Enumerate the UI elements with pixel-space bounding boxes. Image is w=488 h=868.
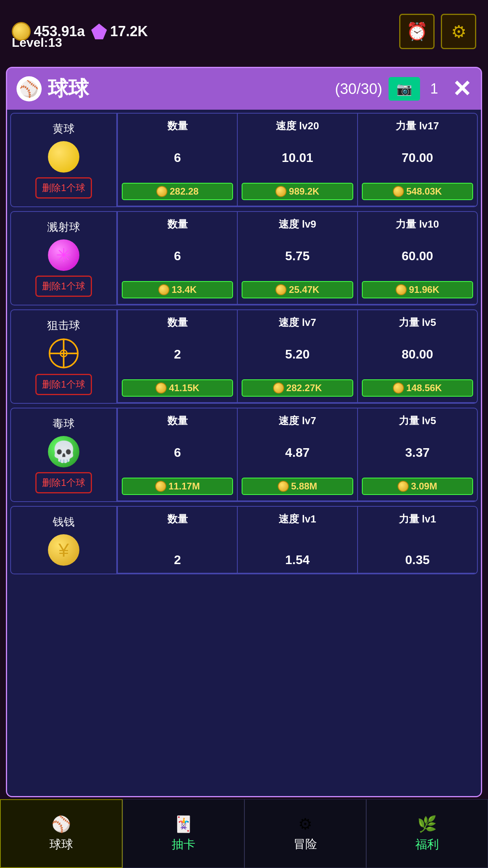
stat-cell: 力量 lv10 60.00 91.96K [357,212,477,305]
upgrade-button[interactable]: 282.27K [242,379,353,397]
stat-cell: 数量 2 41.15K [117,310,237,403]
coin-small-icon [275,186,286,197]
ball-info-splatter: 溅射球 ✳ 删除1个球 [11,212,117,305]
coin-small-icon [398,481,409,492]
upgrade-button[interactable]: 13.4K [122,281,233,298]
starburst-icon: ✳ [56,244,72,266]
upgrade-button[interactable]: 91.96K [362,281,473,298]
ball-visual-money: ¥ [48,534,79,566]
stat-cell: 力量 lv17 70.00 548.03K [357,114,477,206]
ball-name-poison: 毒球 [53,416,75,431]
ball-stats-money: 数量 2 速度 lv1 1.54 力量 lv1 0.35 [117,507,477,574]
currency-display: 453.91a 17.2K [12,22,399,41]
upgrade-button[interactable]: 548.03K [362,183,473,200]
upgrade-button[interactable]: 5.88M [242,478,353,495]
stat-cell: 数量 6 11.17M [117,408,237,501]
upgrade-button[interactable]: 282.28 [122,183,233,200]
main-panel: ⚾ 球球 (30/30) 📷 1 ✕ 黄球 删除1个球 数量 6 282.28 [6,67,482,797]
nav-welfare-label: 福利 [415,837,439,853]
crosshair-icon [48,338,79,369]
upgrade-button[interactable]: 148.56K [362,379,473,397]
stat-cell: 速度 lv7 5.20 282.27K [237,310,357,403]
close-button[interactable]: ✕ [452,77,471,100]
ball-info-poison: 毒球 💀 删除1个球 [11,408,117,501]
diamond-display: 17.2K [91,23,148,40]
ball-info-sniper: 狙击球 删除1个球 [11,310,117,403]
top-icons: ⏰ ⚙ [399,14,476,49]
delete-yellow-button[interactable]: 删除1个球 [35,177,92,199]
ball-name-sniper: 狙击球 [47,318,80,333]
nav-draw[interactable]: 🃏 抽卡 [123,799,244,868]
camera-badge: 1 [430,81,438,97]
coin-small-icon [156,383,167,394]
upgrade-button[interactable]: 11.17M [122,478,233,495]
delete-splatter-button[interactable]: 删除1个球 [35,276,92,297]
stat-cell: 力量 lv5 3.37 3.09M [357,408,477,501]
skull-icon: 💀 [51,440,77,464]
delete-sniper-button[interactable]: 删除1个球 [35,374,92,395]
ball-name-yellow: 黄球 [53,121,75,136]
stat-cell: 数量 2 [117,507,237,574]
panel-header: ⚾ 球球 (30/30) 📷 1 ✕ [7,68,481,110]
ball-card-poison: 毒球 💀 删除1个球 数量 6 11.17M 速度 lv7 4.87 [10,408,478,502]
diamond-value: 17.2K [110,23,148,40]
upgrade-button[interactable]: 3.09M [362,478,473,495]
ball-card-sniper: 狙击球 删除1个球 数量 2 41.15K [10,309,478,404]
ball-visual-poison: 💀 [48,436,79,467]
alarm-button[interactable]: ⏰ [399,14,435,49]
nav-balls[interactable]: ⚾ 球球 [0,799,123,868]
top-bar: 453.91a 17.2K ⏰ ⚙ Level:13 [0,0,488,63]
panel-title: 球球 [48,75,325,103]
stat-cell: 力量 lv5 80.00 148.56K [357,310,477,403]
upgrade-button[interactable]: 41.15K [122,379,233,397]
camera-button[interactable]: 📷 [389,77,420,101]
ball-name-splatter: 溅射球 [47,220,80,235]
ball-card-money: 钱钱 ¥ 数量 2 速度 lv1 1.54 力量 lv1 0.35 [10,506,478,574]
upgrade-button[interactable]: 989.2K [242,183,353,200]
upgrade-button[interactable]: 25.47K [242,281,353,298]
ball-stats-yellow: 数量 6 282.28 速度 lv20 10.01 989.2K [117,114,477,206]
coin-small-icon [155,481,166,492]
coin-small-icon [275,284,286,295]
nav-draw-label: 抽卡 [172,837,195,853]
yen-icon: ¥ [59,539,69,561]
draw-nav-icon: 🃏 [174,815,193,833]
ball-card-splatter: 溅射球 ✳ 删除1个球 数量 6 13.4K 速度 lv9 5.75 [10,211,478,305]
alarm-icon: ⏰ [406,21,428,42]
stat-cell: 力量 lv1 0.35 [357,507,477,574]
panel-count: (30/30) [335,81,382,97]
coin-small-icon [278,481,289,492]
coin-small-icon [156,186,167,197]
ball-stats-sniper: 数量 2 41.15K 速度 lv7 5.20 282.27K [117,310,477,403]
stat-cell: 数量 6 13.4K [117,212,237,305]
ball-info-money: 钱钱 ¥ [11,507,117,574]
coin-small-icon [393,186,404,197]
bottom-nav: ⚾ 球球 🃏 抽卡 ⚙ 冒险 🌿 福利 [0,799,488,868]
adventure-nav-icon: ⚙ [298,815,312,833]
nav-adventure[interactable]: ⚙ 冒险 [244,799,366,868]
settings-button[interactable]: ⚙ [441,14,476,49]
balls-nav-icon: ⚾ [51,815,71,833]
stat-cell: 速度 lv1 1.54 [237,507,357,574]
delete-poison-button[interactable]: 删除1个球 [35,472,92,493]
stat-cell: 速度 lv7 4.87 5.88M [237,408,357,501]
ball-stats-poison: 数量 6 11.17M 速度 lv7 4.87 5.88M [117,408,477,501]
diamond-icon [91,24,107,39]
ball-card-yellow: 黄球 删除1个球 数量 6 282.28 速度 lv20 10.01 [10,113,478,207]
coin-small-icon [393,383,404,394]
coin-small-icon [396,284,407,295]
stat-cell: 速度 lv20 10.01 989.2K [237,114,357,206]
stat-cell: 速度 lv9 5.75 25.47K [237,212,357,305]
gear-icon: ⚙ [451,22,466,42]
coin-small-icon [273,383,284,394]
ball-name-money: 钱钱 [53,515,75,530]
ball-visual-yellow [48,141,79,173]
welfare-nav-icon: 🌿 [417,815,437,833]
nav-balls-label: 球球 [50,837,73,853]
stat-cell: 数量 6 282.28 [117,114,237,206]
ball-visual-splatter: ✳ [48,239,79,271]
nav-welfare[interactable]: 🌿 福利 [366,799,488,868]
level-display: Level:13 [12,35,62,50]
ball-stats-splatter: 数量 6 13.4K 速度 lv9 5.75 25.47K [117,212,477,305]
ball-list: 黄球 删除1个球 数量 6 282.28 速度 lv20 10.01 [7,110,481,797]
